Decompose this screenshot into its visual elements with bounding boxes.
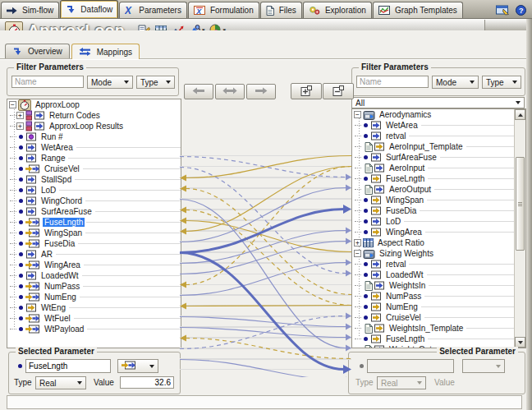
tree-item-loadedwt[interactable]: LoadedWt <box>7 270 181 281</box>
right-type-filter-select[interactable]: Type <box>482 76 521 89</box>
selected-parameter-name-input[interactable] <box>367 359 454 373</box>
tab-graph-templates[interactable]: Graph Templates <box>373 2 463 18</box>
map-left-button[interactable] <box>184 84 213 99</box>
help-icon[interactable]: ? <box>516 5 526 16</box>
tree-item-wingspan[interactable]: WingSpan <box>352 195 515 205</box>
tree-item-wetarea[interactable]: WetArea <box>7 142 181 153</box>
parameter-bullet-icon <box>19 252 23 256</box>
tree-item-surfareafuse[interactable]: SurfAreaFuse <box>7 206 181 217</box>
tab-files[interactable]: Files <box>260 2 302 18</box>
tree-item-ar[interactable]: AR <box>7 249 181 260</box>
tree-item-return-codes[interactable]: +Return Codes <box>7 110 181 121</box>
tree-item-cruisevel[interactable]: CruiseVel <box>352 312 515 323</box>
tab-formulation[interactable]: X Formulation <box>188 2 259 18</box>
right-tree-scrollbar[interactable] <box>514 109 525 348</box>
right-filter-group: Filter Parameters Mode Type <box>351 67 525 96</box>
tab-dataflow[interactable]: Dataflow <box>60 0 118 18</box>
tree-item-wtpayload[interactable]: WtPayload <box>7 324 181 334</box>
direction-select[interactable] <box>117 359 158 373</box>
scope-filter-select[interactable]: All <box>351 97 525 108</box>
left-type-filter-select[interactable]: Type <box>136 76 175 89</box>
stack-out-icon <box>25 121 45 131</box>
tab-sim-flow[interactable]: Sim-flow <box>1 2 59 18</box>
tree-item-wingspan[interactable]: WingSpan <box>7 228 181 238</box>
map-both-button[interactable] <box>215 84 245 99</box>
tree-item-aerooutput[interactable]: AeroOutput <box>352 184 515 195</box>
tree-item-approxloop-results[interactable]: +ApproxLoop Results <box>7 121 181 131</box>
tree-item-lod[interactable]: LoD <box>352 216 515 227</box>
tab-mappings[interactable]: Mappings <box>71 44 140 59</box>
tree-item-lod[interactable]: LoD <box>7 185 181 196</box>
expand-icon[interactable]: + <box>354 239 361 246</box>
in-icon <box>25 303 37 312</box>
tree-item-cruisevel[interactable]: CruiseVel <box>7 164 181 174</box>
tab-parameters[interactable]: X Parameters <box>119 2 187 18</box>
inout-icon <box>25 293 40 302</box>
tree-item-wingchord[interactable]: WingChord <box>7 196 181 206</box>
inout-icon <box>25 325 40 334</box>
tree-item-surfareafuse[interactable]: SurfAreaFuse <box>352 152 515 163</box>
right-mode-filter-select[interactable]: Mode <box>432 76 479 89</box>
expand-all-button[interactable] <box>291 83 322 99</box>
collapse-icon[interactable]: − <box>354 250 361 257</box>
direction-select[interactable] <box>462 359 505 373</box>
collapse-all-button[interactable] <box>323 83 354 99</box>
inout-icon <box>25 239 40 248</box>
expand-icon[interactable]: + <box>16 112 24 119</box>
tree-item-wteng[interactable]: WtEng <box>7 302 181 313</box>
type-select[interactable]: Real <box>35 376 86 389</box>
tree-item-fusedia[interactable]: FuseDia <box>352 205 515 216</box>
left-parameter-tree[interactable]: −ApproxLoop+Return Codes+ApproxLoop Resu… <box>7 99 181 348</box>
tab-overview[interactable]: Overview <box>5 44 70 58</box>
mapping-canvas[interactable] <box>180 129 351 377</box>
tab-label: Parameters <box>139 6 181 15</box>
chevron-down-icon <box>417 381 422 385</box>
tree-item-aspect-ratio[interactable]: +Aspect Ratio <box>352 237 515 248</box>
tree-item-aerodynamics[interactable]: −Aerodynamics <box>352 109 515 120</box>
tree-item-aeroinput[interactable]: AeroInput <box>352 163 515 173</box>
tree-item-loadedwt[interactable]: LoadedWt <box>352 269 515 280</box>
tab-exploration[interactable]: Exploration <box>303 2 372 18</box>
tree-item-numeng[interactable]: NumEng <box>7 292 181 302</box>
tree-item-fuselngth[interactable]: FuseLngth <box>7 217 181 228</box>
window-edit-icon[interactable] <box>496 5 510 16</box>
tree-item-fusedia[interactable]: FuseDia <box>7 238 181 249</box>
tree-item-aeroinput-template[interactable]: AeroInput_Template <box>352 141 515 152</box>
tree-item-approxloop[interactable]: −ApproxLoop <box>7 99 181 110</box>
right-name-filter-input[interactable] <box>356 76 429 88</box>
tree-item-retval[interactable]: retval <box>352 131 515 141</box>
tree-item-wingarea[interactable]: WingArea <box>352 227 515 237</box>
tree-item-retval[interactable]: retval <box>352 259 515 269</box>
scroll-thumb[interactable] <box>516 157 525 251</box>
value-input[interactable] <box>120 376 174 389</box>
tree-item-range[interactable]: Range <box>7 153 181 164</box>
tree-item-numpass[interactable]: NumPass <box>352 291 515 302</box>
left-mode-filter-select[interactable]: Mode <box>87 76 133 89</box>
table-icon <box>363 238 374 247</box>
tree-item-weightsin[interactable]: WeightsIn <box>352 280 515 291</box>
selected-parameter-name-input[interactable] <box>25 359 111 373</box>
collapse-icon[interactable]: − <box>9 101 16 108</box>
tree-item-numeng[interactable]: NumEng <box>352 302 515 312</box>
scroll-up-button[interactable] <box>515 109 525 120</box>
parameter-bullet-icon <box>19 327 23 331</box>
tree-item-fuselngth[interactable]: FuseLngth <box>352 173 515 184</box>
expand-icon[interactable]: + <box>16 122 24 130</box>
tree-item-stallspd[interactable]: StallSpd <box>7 174 181 185</box>
tree-item-numpass[interactable]: NumPass <box>7 281 181 292</box>
inout-icon <box>25 164 40 173</box>
left-name-filter-input[interactable] <box>11 76 84 88</box>
tree-item-weightsin-template[interactable]: WeightsIn_Template <box>352 323 515 334</box>
tree-item-sizing-weights[interactable]: −Sizing Weights <box>352 248 515 259</box>
tree-item-wtfuel[interactable]: WtFuel <box>7 313 181 324</box>
collapse-icon[interactable]: − <box>354 111 361 118</box>
tree-item-run-[interactable]: Run # <box>7 131 181 142</box>
tree-item-wetarea[interactable]: WetArea <box>352 120 515 131</box>
group-title: Filter Parameters <box>14 62 86 71</box>
map-right-button[interactable] <box>246 84 276 99</box>
type-select[interactable]: Real <box>377 376 426 389</box>
tree-item-fuselngth[interactable]: FuseLngth <box>352 334 515 344</box>
out-icon <box>370 131 382 141</box>
right-parameter-tree[interactable]: −AerodynamicsWetArearetvalAeroInput_Temp… <box>351 108 526 348</box>
tree-item-wingarea[interactable]: WingArea <box>7 260 181 270</box>
